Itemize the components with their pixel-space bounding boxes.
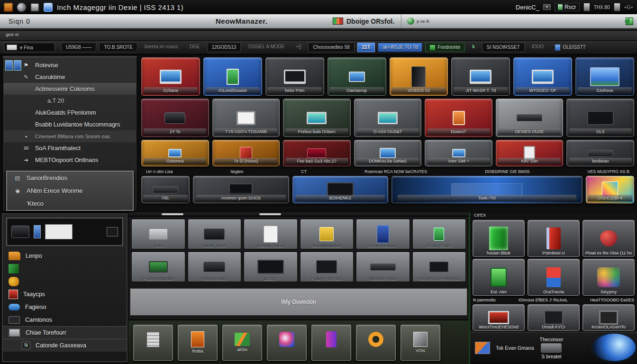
library-item[interactable]: Fagieso (3, 300, 127, 313)
device-tile[interactable]: 7s Si (roouo) (212, 140, 280, 166)
collection-tile[interactable]: Wohlt Teres (188, 219, 242, 249)
toolbar-segment[interactable]: DGE (185, 43, 204, 52)
sidebar-mode-icon[interactable] (5, 60, 21, 71)
library-item[interactable] (3, 275, 127, 288)
detail-tile[interactable]: Onsidi KYCr (528, 304, 580, 331)
sidebar-item[interactable]: AlukGeatds FPenlomm (3, 107, 136, 118)
footer-item-1[interactable]: Tok Evan Gmana (496, 345, 534, 351)
device-tile[interactable]: 7 I'S ASO'A TOSANIB (212, 99, 280, 137)
toolbar-segment[interactable]: liseeta im osass (140, 43, 182, 52)
strip-thumbnail[interactable] (133, 325, 173, 361)
library-item[interactable]: Lenpo (3, 249, 127, 262)
device-tile[interactable]: Fee baS Gu3 Abc;27 (283, 140, 351, 166)
detail-tile[interactable]: WocsTmUEHESOnd (473, 304, 525, 331)
band-tile[interactable]: Toek=T0! (391, 176, 582, 203)
toolbar-segment[interactable]: OLEISSTT (551, 43, 590, 52)
device-tile[interactable]: rGLeedSuuase (203, 57, 262, 96)
detail-tile[interactable]: OcaTnecta (528, 259, 580, 296)
strip-thumbnail[interactable]: Rottia (178, 325, 218, 361)
device-tile[interactable]: Ousonna (141, 140, 209, 166)
detail-tile[interactable]: KrcienOLAGeHTo (582, 304, 635, 331)
search-box[interactable] (4, 43, 55, 52)
titlebar-chip[interactable]: Rscr (555, 3, 580, 11)
toolbar-segment[interactable]: Foodoonte (425, 43, 465, 52)
toolbar-segment[interactable]: +|] (291, 43, 305, 52)
toolbar-segment[interactable]: ak+WSJE TO 7d (378, 43, 422, 52)
library-item[interactable]: Taaycps (3, 288, 127, 300)
sidebar-item[interactable]: ▪Cmeseet 8Mana rom Somm oas (3, 130, 136, 142)
device-mini-icon[interactable] (583, 3, 590, 11)
detail-tile[interactable]: Potrokeer.ci (528, 220, 580, 257)
collection-tile[interactable]: Rimrotrceum (188, 252, 242, 282)
collection-tile[interactable]: LG3;IT (244, 252, 298, 282)
collection-scrollbar[interactable] (128, 212, 469, 217)
toolbar-segment[interactable]: 21T (357, 43, 375, 52)
device-tile[interactable]: Oaeraerop (328, 57, 386, 96)
detail-tile[interactable]: Plowt es the Otse (11 ho (582, 220, 635, 257)
collection-tile[interactable]: Foauny AIYCOm (300, 252, 354, 282)
collection-tile[interactable]: Kore (131, 219, 185, 249)
sidebar-subpanel-item[interactable]: 'Kteco (7, 197, 133, 210)
dropdown-caret-icon[interactable]: ▾ (543, 4, 551, 10)
menu-item-left[interactable]: Siqn 0 (9, 18, 30, 25)
footer-app-icon[interactable] (475, 342, 490, 354)
library-item[interactable]: NCatonde Gasxeava (3, 339, 127, 352)
toolbar-segment[interactable]: IOUO (528, 43, 548, 52)
band-tile[interactable]: 700. (141, 176, 190, 203)
toolbar-segment[interactable]: 12GODS13 (207, 43, 241, 52)
device-tile[interactable]: Doseci7 (425, 99, 492, 137)
device-tile[interactable]: Gchana (141, 57, 200, 96)
band-tile[interactable]: BOIHENKS (292, 176, 388, 203)
toolbar-segment[interactable]: k (468, 43, 479, 52)
strip-thumbnail[interactable]: alOm (222, 325, 262, 361)
device-tile[interactable]: O ASS OUS&T (354, 99, 422, 137)
detail-tile[interactable]: Sieyymy (582, 259, 635, 296)
device-tile[interactable]: 2Y To (141, 99, 209, 137)
device-tile[interactable]: DEXIES OUSE (496, 99, 564, 137)
search-input[interactable] (19, 45, 52, 51)
device-tile[interactable]: helor Prim (265, 57, 324, 96)
sidebar-item[interactable]: a.T 20 (3, 95, 136, 107)
sidebar-item[interactable]: Actmessemr Coknoms (3, 83, 136, 95)
preview-strip[interactable] (6, 218, 123, 246)
library-item[interactable]: Chiae Torefourr (3, 326, 127, 339)
strip-thumbnail[interactable] (356, 325, 396, 361)
device-tile[interactable]: OLS (566, 99, 634, 137)
device-tile[interactable]: Vonr SIM + (425, 140, 492, 166)
band-tile[interactable]: Anvimm Ipom DciOS (193, 176, 289, 203)
menubar-device-item[interactable]: Dboige ORsfol. (326, 14, 401, 28)
sidebar-item[interactable]: ➜MEBTOopoort Ontlnaos (3, 154, 136, 166)
device-tile[interactable]: S2eheoe (575, 57, 634, 96)
green-arrow-icon[interactable] (621, 17, 633, 26)
strip-thumbnail[interactable]: VOIs (400, 325, 440, 361)
collection-tile[interactable]: AeemMhWafeB, (300, 219, 354, 249)
footer-item-2[interactable]: S breatel (541, 354, 561, 359)
device-tile[interactable]: beobeao (566, 140, 634, 166)
toolbar-segment[interactable]: Choossoedies 58 (308, 43, 354, 52)
collection-tile[interactable]: Foam texturotte (131, 252, 185, 282)
collection-tile[interactable]: Keemtn Yotcat (244, 219, 298, 249)
detail-tile[interactable]: hooian Bbok (473, 220, 525, 257)
collection-tile[interactable]: OCam ESIKE (412, 219, 466, 249)
toolbar-segment[interactable]: U59G8 —— (61, 43, 96, 52)
collection-title-bar[interactable]: IMy Ouvecion (130, 288, 467, 316)
strip-thumbnail[interactable] (267, 325, 307, 361)
sidebar-item[interactable]: ✎Casruktime (3, 71, 136, 83)
collection-tile[interactable]: Teconer Gresckiimrso (412, 252, 466, 282)
sidebar-item[interactable]: Bsabb Luvidantoe Mucommagrs (3, 118, 136, 130)
strip-thumbnail[interactable] (311, 325, 351, 361)
sidebar-item[interactable]: ⚑Rotevise (3, 59, 136, 71)
device-tile[interactable]: WTOGEO 'OF (513, 57, 572, 96)
sidebar-subpanel-item[interactable]: ▤SanorBrendios (7, 172, 133, 184)
band-tile[interactable]: O.O.C.(3)0-4 (586, 176, 634, 203)
device-mini-icon-2[interactable] (614, 3, 620, 11)
menubar-status-badge[interactable]: p oe ik (401, 14, 435, 28)
device-tile[interactable]: VOIDOS 52 (390, 57, 448, 96)
toolbar-segment[interactable]: SI NSOIRSSET (482, 43, 525, 52)
library-item[interactable] (3, 262, 127, 275)
toolbar-segment[interactable]: OSSIEL A MODE (244, 43, 289, 52)
device-tile[interactable]: Porbus bula Ocberc (283, 99, 351, 137)
device-tile[interactable]: JIT WASR T. 7d (451, 57, 510, 96)
sidebar-item[interactable]: ✉SoA Flramthatect (3, 142, 136, 154)
device-tile[interactable]: DOMKsu.ba SaNaS (354, 140, 422, 166)
